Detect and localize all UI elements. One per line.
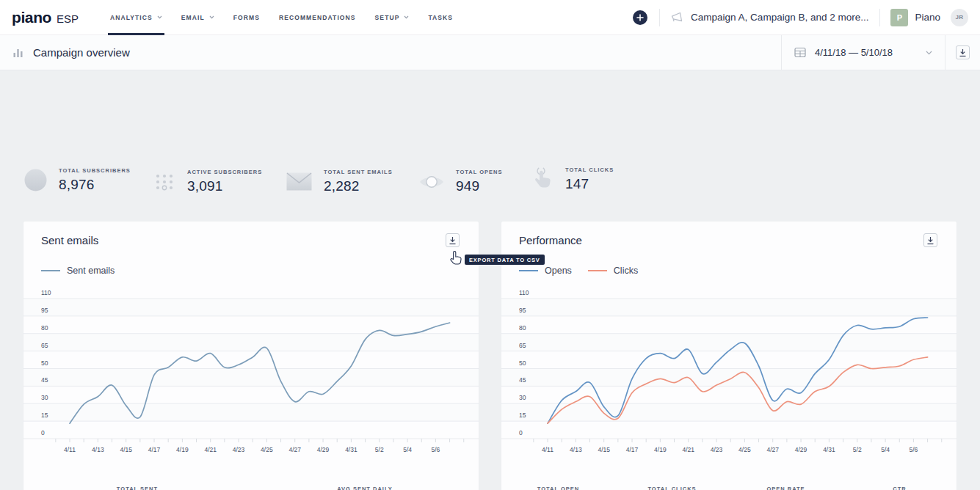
stat-value: 147	[565, 176, 614, 192]
click-icon	[531, 166, 553, 192]
stat-value: 8,976	[59, 177, 131, 193]
legend-entry-clicks: Clicks	[588, 266, 638, 276]
svg-text:4/21: 4/21	[682, 446, 694, 453]
svg-text:95: 95	[519, 307, 526, 314]
svg-text:30: 30	[519, 394, 526, 401]
date-range-selector[interactable]: 4/11/18 — 5/10/18	[782, 35, 945, 70]
svg-text:5/6: 5/6	[432, 446, 440, 453]
legend-entry-sent-emails: Sent emails	[41, 266, 115, 276]
footer-stat: OPEN RATE 1,567/2,282	[729, 486, 843, 490]
svg-text:4/23: 4/23	[233, 446, 245, 453]
stat-value: 3,091	[187, 178, 262, 194]
date-range-value: 4/11/18 — 5/10/18	[815, 47, 893, 58]
export-overview-button[interactable]	[956, 45, 970, 59]
svg-text:4/31: 4/31	[823, 446, 835, 453]
footer-stat: CTR 981/2,282	[843, 486, 957, 490]
chevron-down-icon	[209, 15, 214, 19]
svg-text:4/11: 4/11	[64, 446, 76, 453]
divider	[659, 9, 660, 26]
stat-total-subscribers: TOTAL SUBSCRIBERS 8,976	[24, 167, 131, 193]
performance-card: Performance Opens Clicks 110958065504530…	[501, 222, 957, 490]
nav-item-setup[interactable]: SETUP	[366, 0, 419, 35]
logo-wordmark: piano	[12, 9, 51, 26]
svg-text:4/29: 4/29	[795, 446, 807, 453]
page-title: Campaign overview	[33, 46, 130, 59]
svg-text:4/31: 4/31	[345, 446, 357, 453]
svg-text:0: 0	[519, 429, 523, 436]
stat-active-subscribers: ACTIVE SUBSCRIBERS 3,091	[155, 169, 262, 194]
svg-text:4/23: 4/23	[711, 446, 723, 453]
user-avatar[interactable]: JR	[951, 9, 968, 26]
account-chip[interactable]: P	[890, 9, 908, 26]
stat-total-opens: TOTAL OPENS 949	[419, 169, 503, 194]
stat-label: TOTAL SUBSCRIBERS	[59, 167, 131, 174]
sent-emails-footer-stats: TOTAL SENT 2,282 AVG SENT DAILY 79	[23, 486, 479, 490]
legend-entry-opens: Opens	[519, 266, 572, 276]
bar-chart-icon	[13, 47, 23, 58]
export-sent-emails-button[interactable]	[446, 233, 460, 247]
megaphone-icon	[670, 12, 684, 23]
sent-emails-card: Sent emails EXPORT DATA TO CSV Sent emai…	[23, 222, 479, 490]
plus-icon	[636, 14, 644, 21]
active-dots-icon	[155, 173, 175, 191]
svg-text:5/4: 5/4	[881, 446, 890, 453]
cursor-and-tooltip: EXPORT DATA TO CSV	[450, 250, 545, 266]
stat-value: 2,282	[324, 178, 393, 194]
calendar-icon	[794, 47, 806, 58]
nav-item-email[interactable]: EMAIL	[172, 0, 224, 35]
stat-label: TOTAL OPENS	[456, 169, 503, 175]
svg-text:95: 95	[41, 307, 48, 314]
performance-legend: Opens Clicks	[519, 266, 638, 276]
footer-stat: TOTAL CLICKS 981	[615, 486, 729, 490]
svg-text:65: 65	[41, 342, 48, 349]
footer-stat: TOTAL SENT 2,282	[23, 486, 251, 490]
nav-item-forms[interactable]: FORMS	[224, 0, 269, 35]
svg-text:5/4: 5/4	[403, 446, 412, 453]
export-tooltip: EXPORT DATA TO CSV	[465, 255, 545, 265]
svg-text:110: 110	[519, 289, 529, 296]
piano-esp-logo[interactable]: piano ESP	[12, 9, 79, 26]
page-header: Campaign overview 4/11/18 — 5/10/18	[0, 35, 980, 70]
card-title: Performance	[519, 234, 582, 246]
svg-text:5/2: 5/2	[853, 446, 862, 453]
card-title: Sent emails	[41, 234, 98, 246]
svg-text:4/15: 4/15	[598, 446, 610, 453]
account-name[interactable]: Piano	[915, 12, 940, 23]
svg-text:45: 45	[519, 376, 526, 384]
sent-emails-chart: 1109580655045301504/114/134/154/174/194/…	[23, 286, 479, 462]
export-performance-button[interactable]	[923, 233, 937, 247]
nav-item-tasks[interactable]: TASKS	[418, 0, 462, 35]
app-root: piano ESP ANALYTICS EMAIL FORMS RECOMMEN…	[0, 0, 980, 490]
create-new-button[interactable]	[633, 10, 647, 25]
subscribers-circle-icon	[24, 169, 47, 191]
svg-text:4/17: 4/17	[626, 446, 639, 453]
svg-text:50: 50	[519, 359, 526, 367]
stat-label: ACTIVE SUBSCRIBERS	[187, 169, 262, 175]
svg-text:50: 50	[41, 359, 48, 367]
performance-chart: 1109580655045301504/114/134/154/174/194/…	[501, 286, 957, 462]
nav-item-analytics[interactable]: ANALYTICS	[101, 0, 172, 35]
svg-text:45: 45	[41, 376, 48, 384]
svg-text:15: 15	[519, 412, 526, 419]
svg-text:4/25: 4/25	[261, 446, 273, 453]
svg-text:0: 0	[41, 429, 45, 436]
chevron-down-icon	[157, 15, 162, 19]
nav-item-recommendations[interactable]: RECOMMENDATIONS	[269, 0, 366, 35]
svg-text:80: 80	[41, 324, 48, 332]
chevron-down-icon	[926, 51, 932, 55]
performance-footer-stats: TOTAL OPEN 1,567 TOTAL CLICKS 981 OPEN R…	[501, 486, 957, 490]
download-icon	[959, 48, 967, 57]
envelope-icon	[286, 172, 312, 191]
svg-text:5/2: 5/2	[375, 446, 384, 453]
svg-text:30: 30	[41, 394, 48, 401]
svg-text:4/19: 4/19	[654, 446, 667, 453]
stat-label: TOTAL SENT EMAILS	[324, 169, 393, 175]
eye-icon	[419, 174, 444, 190]
topbar-right-cluster: Campaign A, Campaign B, and 2 more... P …	[633, 9, 968, 26]
legend-line-swatch	[588, 270, 607, 271]
legend-line-swatch	[41, 270, 60, 271]
campaign-selector[interactable]: Campaign A, Campaign B, and 2 more...	[691, 12, 868, 23]
svg-text:65: 65	[519, 342, 526, 349]
stat-total-sent-emails: TOTAL SENT EMAILS 2,282	[286, 169, 393, 194]
svg-text:80: 80	[519, 324, 526, 332]
